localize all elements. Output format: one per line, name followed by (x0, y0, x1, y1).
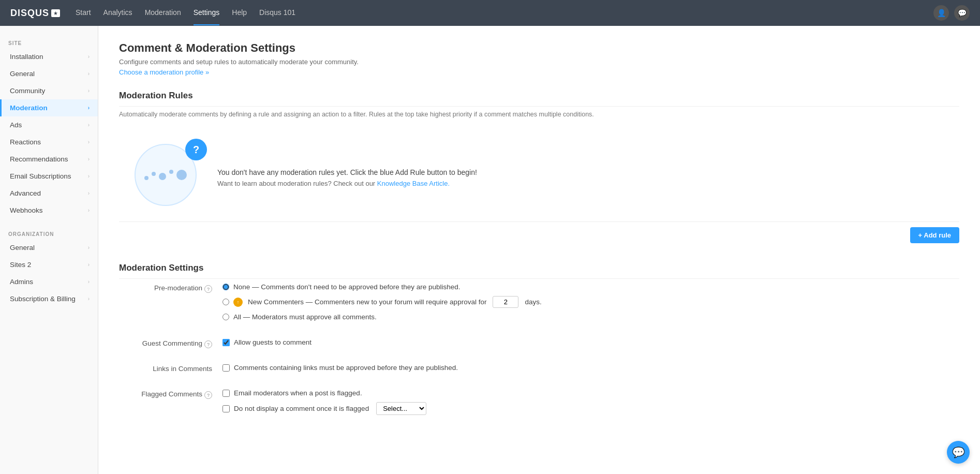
sidebar-item-label: Advanced (10, 189, 41, 197)
sidebar-item-ads[interactable]: Ads › (0, 116, 98, 134)
chevron-icon: › (88, 54, 90, 60)
chevron-icon: › (88, 122, 90, 128)
dot-small (144, 176, 149, 180)
chevron-icon: › (88, 296, 90, 302)
empty-illustration: ? (135, 144, 202, 211)
sidebar-item-admins[interactable]: Admins › (0, 273, 98, 290)
pre-mod-new-option: ↑ New Commenters — Commenters new to you… (222, 296, 959, 308)
moderation-profile-link[interactable]: Choose a moderation profile » (119, 68, 209, 76)
flagged-email-checkbox[interactable] (222, 390, 230, 397)
chat-fab[interactable]: 💬 (947, 441, 970, 464)
pre-mod-new-label: New Commenters — Commenters new to your … (248, 298, 486, 306)
main-content: Comment & Moderation Settings Configure … (98, 26, 980, 474)
logo-text: DISQUS (10, 8, 49, 19)
links-option: Comments containing links must be approv… (222, 364, 959, 372)
moderation-rules-desc: Automatically moderate comments by defin… (119, 111, 959, 118)
links-label: Links in Comments (119, 364, 222, 377)
moderation-rules-title: Moderation Rules (119, 91, 959, 107)
user-icon[interactable]: 👤 (933, 5, 949, 21)
nav-disqus101[interactable]: Disqus 101 (259, 1, 295, 25)
add-rule-button[interactable]: + Add rule (910, 227, 959, 243)
nav-settings[interactable]: Settings (194, 1, 220, 25)
sidebar-item-sites[interactable]: Sites 2 › (0, 256, 98, 273)
dot-small3 (169, 170, 173, 174)
chevron-icon: › (88, 105, 90, 111)
sidebar-item-general[interactable]: General › (0, 65, 98, 82)
pre-mod-none-option: None — Comments don't need to be approve… (222, 283, 959, 291)
chat-icon[interactable]: 💬 (954, 5, 970, 21)
pre-mod-none-radio[interactable] (222, 284, 229, 290)
layout: SITE Installation › General › Community … (0, 26, 980, 474)
nav-moderation[interactable]: Moderation (145, 1, 181, 25)
chevron-icon: › (88, 190, 90, 196)
site-section-label: SITE (0, 36, 98, 48)
page-title: Comment & Moderation Settings (119, 41, 959, 55)
sidebar-item-moderation[interactable]: Moderation › (0, 99, 98, 116)
flagged-email-option: Email moderators when a post is flagged. (222, 389, 959, 397)
top-navigation: DISQUS ★ Start Analytics Moderation Sett… (0, 0, 980, 26)
flagged-select[interactable]: Select... (376, 402, 426, 415)
links-checkbox[interactable] (222, 364, 230, 372)
chevron-icon: › (88, 262, 90, 268)
sidebar-item-billing[interactable]: Subscription & Billing › (0, 290, 98, 307)
dot-medium (159, 173, 166, 180)
sidebar-item-label: General (10, 70, 35, 78)
moderation-settings: Moderation Settings Pre-moderation ? Non… (119, 263, 959, 420)
chevron-icon: › (88, 245, 90, 250)
sidebar-item-community[interactable]: Community › (0, 82, 98, 99)
guest-allow-checkbox[interactable] (222, 339, 230, 346)
empty-main-text: You don't have any moderation rules yet.… (217, 168, 477, 176)
pre-mod-all-option: All — Moderators must approve all commen… (222, 313, 959, 321)
bubble-dots (144, 170, 187, 180)
sidebar-item-label: Moderation (10, 104, 48, 112)
days-input[interactable] (493, 296, 518, 308)
links-in-comments-row: Links in Comments Comments containing li… (119, 364, 959, 377)
pre-mod-options: None — Comments don't need to be approve… (222, 283, 959, 326)
org-section-label: ORGANIZATION (0, 227, 98, 239)
pre-moderation-row: Pre-moderation ? None — Comments don't n… (119, 283, 959, 326)
sidebar-item-label: Webhooks (10, 206, 43, 214)
sidebar-item-org-general[interactable]: General › (0, 239, 98, 256)
logo-star: ★ (51, 9, 60, 17)
pre-mod-all-label: All — Moderators must approve all commen… (233, 313, 377, 321)
links-label-text: Comments containing links must be approv… (234, 364, 458, 372)
sidebar-item-label: Installation (10, 53, 43, 61)
sidebar-item-installation[interactable]: Installation › (0, 48, 98, 65)
sidebar-item-label: Email Subscriptions (10, 172, 71, 180)
pre-mod-new-radio[interactable] (222, 299, 229, 305)
flagged-label-with-help: Flagged Comments ? (119, 390, 212, 399)
flagged-hide-option: Do not display a comment once it is flag… (222, 402, 959, 415)
pre-mod-all-radio[interactable] (222, 314, 229, 320)
sidebar-item-label: Recommendations (10, 155, 68, 163)
nav-analytics[interactable]: Analytics (103, 1, 132, 25)
guest-help-icon[interactable]: ? (204, 340, 212, 348)
days-suffix: days. (525, 298, 541, 306)
flagged-comments-row: Flagged Comments ? Email moderators when… (119, 389, 959, 420)
pre-mod-none-label: None — Comments don't need to be approve… (233, 283, 461, 291)
chevron-icon: › (88, 173, 90, 179)
pre-moderation-label: Pre-moderation ? (119, 283, 222, 326)
sidebar-item-webhooks[interactable]: Webhooks › (0, 202, 98, 219)
logo[interactable]: DISQUS ★ (10, 8, 60, 19)
sidebar-item-email-subscriptions[interactable]: Email Subscriptions › (0, 168, 98, 185)
moderation-settings-title: Moderation Settings (119, 263, 959, 279)
flagged-hide-checkbox[interactable] (222, 405, 230, 412)
nav-start[interactable]: Start (76, 1, 91, 25)
sidebar: SITE Installation › General › Community … (0, 26, 98, 474)
sidebar-item-recommendations[interactable]: Recommendations › (0, 151, 98, 168)
dot-large (176, 170, 187, 180)
flagged-help-icon[interactable]: ? (204, 391, 212, 399)
question-bubble: ? (185, 139, 207, 160)
guest-label: Guest Commenting ? (119, 338, 222, 351)
knowledge-base-link[interactable]: Knowledge Base Article. (377, 180, 450, 187)
chevron-icon: › (88, 71, 90, 77)
sidebar-item-advanced[interactable]: Advanced › (0, 185, 98, 202)
pre-mod-label-with-help: Pre-moderation ? (119, 284, 212, 293)
guest-options: Allow guests to comment (222, 338, 959, 351)
pre-mod-help-icon[interactable]: ? (204, 285, 212, 293)
empty-sub-text: Want to learn about moderation rules? Ch… (217, 180, 477, 187)
sidebar-item-reactions[interactable]: Reactions › (0, 134, 98, 151)
topnav-right: 👤 💬 (933, 5, 970, 21)
nav-help[interactable]: Help (232, 1, 247, 25)
guest-commenting-row: Guest Commenting ? Allow guests to comme… (119, 338, 959, 351)
